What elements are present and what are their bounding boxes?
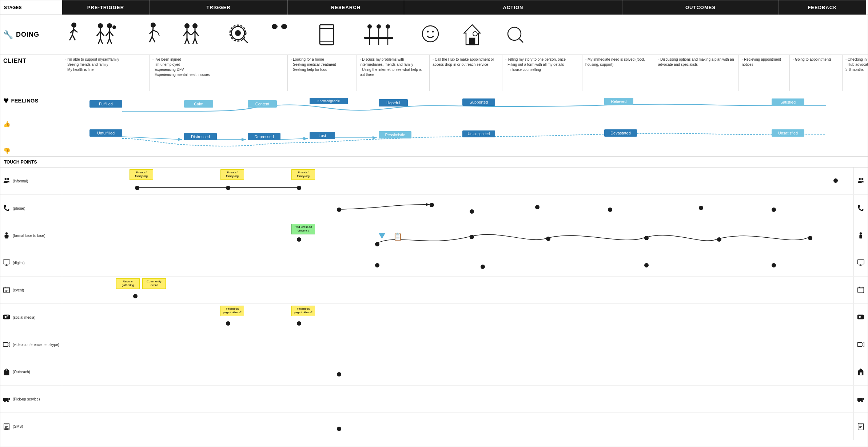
tp-label-social-text: (social media) xyxy=(13,315,35,319)
tp-label-informal: (informal) xyxy=(0,168,62,194)
main-container: STAGES PRE-TRIGGER TRIGGER RESEARCH ACTI… xyxy=(0,0,868,447)
svg-rect-111 xyxy=(5,372,8,375)
video-icon xyxy=(3,341,11,349)
client-cell-action4: - Discussing options and making a plan w… xyxy=(655,55,739,91)
svg-point-122 xyxy=(861,400,863,402)
tp-row-phone: (phone) xyxy=(0,195,868,222)
feeling-depressed: Depressed xyxy=(248,133,280,140)
stages-header: STAGES PRE-TRIGGER TRIGGER RESEARCH ACTI… xyxy=(0,0,868,15)
client-cell-research1: - Looking for a home- Seeking medical tr… xyxy=(288,55,357,91)
svg-rect-82 xyxy=(3,260,10,264)
informal-icon xyxy=(3,177,11,185)
tp-canvas-video xyxy=(62,331,853,358)
svg-point-58 xyxy=(422,26,438,42)
tp-label-pickup-text: (Pick-up service) xyxy=(13,397,40,401)
tp-label-outreach-text: (Outreach) xyxy=(13,370,30,374)
tp-right-phone xyxy=(853,195,868,222)
svg-line-32 xyxy=(187,39,189,44)
doing-row: 🔧 DOING xyxy=(0,15,868,55)
tp-canvas-digital xyxy=(62,249,853,276)
sticky-facebook2: Facebook page / others? xyxy=(291,306,315,316)
svg-point-39 xyxy=(235,30,241,36)
feeling-unfulfilled: Unfulfilled xyxy=(89,129,122,137)
svg-point-103 xyxy=(7,315,9,317)
green-doc-marker: 📋 xyxy=(393,232,402,241)
tp-row-informal: (informal) Friends/family/org Friends/fa… xyxy=(0,168,868,195)
doing-label-text: DOING xyxy=(16,31,39,39)
svg-point-60 xyxy=(432,31,434,33)
feelings-label: ♥ FEELINGS xyxy=(3,95,38,106)
tp-row-video: (video conference i.e. skype) xyxy=(0,331,868,358)
doing-icons-area xyxy=(62,15,868,55)
svg-point-117 xyxy=(4,400,6,402)
svg-point-50 xyxy=(386,24,390,29)
tp-right-pickup xyxy=(853,386,868,412)
doing-icon-injured xyxy=(144,22,162,48)
tp-label-phone-text: (phone) xyxy=(13,206,25,210)
dot-formal-4 xyxy=(546,237,550,241)
svg-rect-127 xyxy=(5,428,9,429)
svg-point-76 xyxy=(5,232,8,234)
feeling-supported: Supported xyxy=(462,98,495,106)
feeling-unsupported: Un-supported xyxy=(462,130,495,137)
event-icon xyxy=(3,286,11,294)
right-sms-icon xyxy=(857,423,865,431)
svg-line-24 xyxy=(153,30,158,32)
tp-canvas-pickup xyxy=(62,386,853,412)
feeling-lost: Lost xyxy=(310,132,335,139)
svg-point-105 xyxy=(859,316,861,318)
pickup-icon xyxy=(3,395,11,403)
dot-digital-2 xyxy=(481,265,485,269)
tp-label-digital-text: (digital) xyxy=(13,261,25,265)
feeling-relieved: Relieved xyxy=(604,98,633,105)
sticky-community: Community event xyxy=(142,278,166,289)
client-cells: - I'm able to support myself/family- See… xyxy=(62,55,868,91)
stage-action: ACTION xyxy=(404,0,622,15)
client-cell-research2: - Discuss my problems with intermediarie… xyxy=(357,55,430,91)
tp-label-formal: (formal-face to face) xyxy=(0,222,62,249)
right-formal-icon xyxy=(857,231,865,239)
svg-line-40 xyxy=(243,38,248,43)
client-cell-action2: - Telling my story to one person, once- … xyxy=(502,55,582,91)
tp-right-digital xyxy=(853,249,868,276)
phone-icon xyxy=(3,204,11,212)
svg-point-80 xyxy=(859,232,861,234)
dot-formal-3 xyxy=(470,235,474,239)
tp-right-outreach xyxy=(853,358,868,385)
digital-icon xyxy=(3,259,11,267)
stages-label: STAGES xyxy=(0,0,62,15)
tp-right-event xyxy=(853,277,868,303)
svg-line-13 xyxy=(100,39,103,44)
dot-phone-2 xyxy=(430,203,434,207)
svg-line-65 xyxy=(519,39,523,43)
svg-line-37 xyxy=(195,39,197,44)
dot-informal-right xyxy=(833,178,838,183)
svg-line-17 xyxy=(107,39,110,44)
tp-row-digital: (digital) xyxy=(0,249,868,277)
doing-icon-walking xyxy=(66,22,82,48)
svg-marker-116 xyxy=(9,398,10,400)
svg-rect-77 xyxy=(5,235,8,238)
dot-event-1 xyxy=(133,294,138,298)
svg-line-21 xyxy=(150,37,152,42)
tp-right-formal xyxy=(853,222,868,249)
doing-icon-meeting xyxy=(362,23,395,47)
svg-point-74 xyxy=(861,178,863,180)
feeling-calm: Calm xyxy=(184,100,213,108)
tp-label-event-text: (event) xyxy=(13,288,24,292)
right-phone-icon xyxy=(857,204,865,212)
svg-rect-85 xyxy=(857,260,864,264)
tp-label-sms: (SMS) xyxy=(0,413,62,440)
dot-digital-3 xyxy=(644,263,649,267)
right-digital-icon xyxy=(857,259,865,267)
tp-right-social xyxy=(853,304,868,331)
tp-canvas-social: Facebook page / others? Facebook page / … xyxy=(62,304,853,331)
client-cell-outcomes2: - Going to appointments xyxy=(790,55,843,91)
svg-point-49 xyxy=(377,24,381,29)
client-label: CLIENT xyxy=(0,55,62,91)
doing-icon-house xyxy=(462,23,482,47)
client-cell-action3: - My immediate need is solved (food, hou… xyxy=(582,55,655,91)
svg-point-102 xyxy=(5,316,7,318)
dot-informal-1 xyxy=(135,186,139,190)
feeling-fulfilled: Fulfilled xyxy=(89,100,122,108)
